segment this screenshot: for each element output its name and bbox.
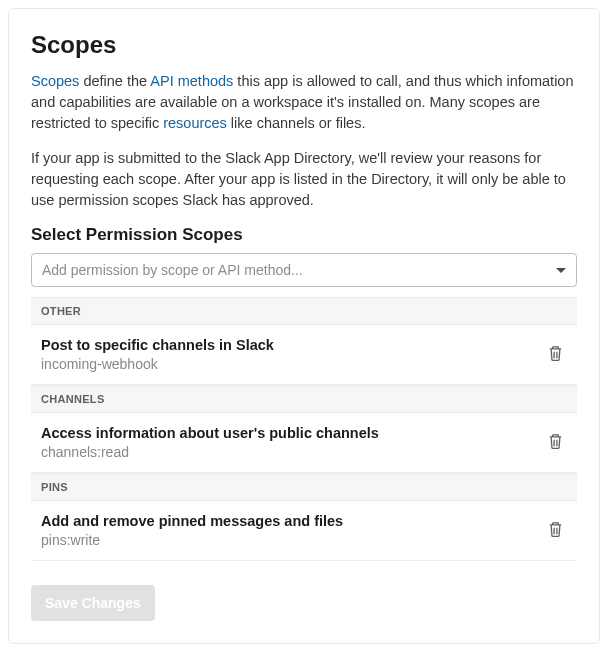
scope-row: Post to specific channels in Slack incom…	[31, 325, 577, 385]
scopes-link[interactable]: Scopes	[31, 73, 79, 89]
scope-title: Post to specific channels in Slack	[41, 337, 544, 353]
save-changes-button[interactable]: Save Changes	[31, 585, 155, 621]
select-scopes-label: Select Permission Scopes	[31, 225, 577, 245]
trash-icon	[548, 350, 563, 365]
chevron-down-icon	[556, 268, 566, 273]
scope-combobox[interactable]	[31, 253, 577, 287]
scope-identifier: incoming-webhook	[41, 356, 544, 372]
delete-scope-button[interactable]	[544, 429, 567, 457]
delete-scope-button[interactable]	[544, 517, 567, 545]
scope-input[interactable]	[42, 262, 556, 278]
delete-scope-button[interactable]	[544, 341, 567, 369]
group-header-channels: CHANNELS	[31, 385, 577, 413]
intro-paragraph-1: Scopes define the API methods this app i…	[31, 71, 577, 134]
intro-paragraph-2: If your app is submitted to the Slack Ap…	[31, 148, 577, 211]
scope-identifier: pins:write	[41, 532, 544, 548]
resources-link[interactable]: resources	[163, 115, 227, 131]
scopes-card: Scopes Scopes define the API methods thi…	[8, 8, 600, 644]
scope-title: Access information about user's public c…	[41, 425, 544, 441]
scope-row: Add and remove pinned messages and files…	[31, 501, 577, 561]
group-header-pins: PINS	[31, 473, 577, 501]
scope-title: Add and remove pinned messages and files	[41, 513, 544, 529]
api-methods-link[interactable]: API methods	[150, 73, 233, 89]
scope-row: Access information about user's public c…	[31, 413, 577, 473]
trash-icon	[548, 526, 563, 541]
scope-identifier: channels:read	[41, 444, 544, 460]
trash-icon	[548, 438, 563, 453]
group-header-other: OTHER	[31, 297, 577, 325]
page-title: Scopes	[31, 31, 577, 59]
